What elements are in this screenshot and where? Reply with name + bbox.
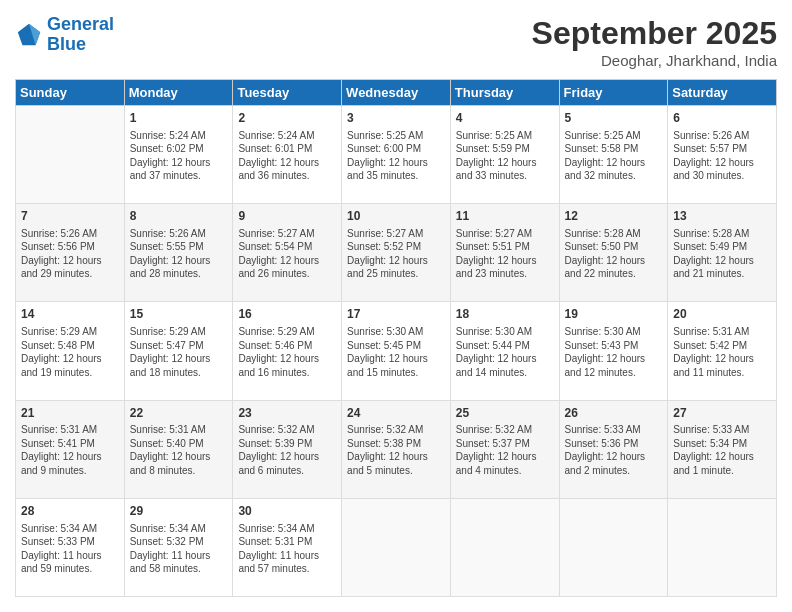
calendar-cell: 27Sunrise: 5:33 AM Sunset: 5:34 PM Dayli… [668,400,777,498]
calendar-cell: 2Sunrise: 5:24 AM Sunset: 6:01 PM Daylig… [233,106,342,204]
calendar-cell [668,498,777,596]
cell-content: Sunrise: 5:26 AM Sunset: 5:57 PM Dayligh… [673,129,771,183]
calendar-row: 7Sunrise: 5:26 AM Sunset: 5:56 PM Daylig… [16,204,777,302]
calendar-row: 1Sunrise: 5:24 AM Sunset: 6:02 PM Daylig… [16,106,777,204]
day-number: 16 [238,306,336,323]
day-number: 29 [130,503,228,520]
cell-content: Sunrise: 5:33 AM Sunset: 5:36 PM Dayligh… [565,423,663,477]
calendar-cell: 10Sunrise: 5:27 AM Sunset: 5:52 PM Dayli… [342,204,451,302]
calendar-cell: 8Sunrise: 5:26 AM Sunset: 5:55 PM Daylig… [124,204,233,302]
calendar-cell: 29Sunrise: 5:34 AM Sunset: 5:32 PM Dayli… [124,498,233,596]
calendar-cell: 6Sunrise: 5:26 AM Sunset: 5:57 PM Daylig… [668,106,777,204]
calendar-cell: 21Sunrise: 5:31 AM Sunset: 5:41 PM Dayli… [16,400,125,498]
calendar-cell: 19Sunrise: 5:30 AM Sunset: 5:43 PM Dayli… [559,302,668,400]
calendar-cell: 14Sunrise: 5:29 AM Sunset: 5:48 PM Dayli… [16,302,125,400]
calendar-cell: 23Sunrise: 5:32 AM Sunset: 5:39 PM Dayli… [233,400,342,498]
day-number: 18 [456,306,554,323]
day-number: 22 [130,405,228,422]
day-number: 15 [130,306,228,323]
calendar-header-row: SundayMondayTuesdayWednesdayThursdayFrid… [16,80,777,106]
logo: General Blue [15,15,114,55]
cell-content: Sunrise: 5:26 AM Sunset: 5:55 PM Dayligh… [130,227,228,281]
calendar-cell [16,106,125,204]
cell-content: Sunrise: 5:24 AM Sunset: 6:02 PM Dayligh… [130,129,228,183]
day-number: 17 [347,306,445,323]
month-title: September 2025 [532,15,777,52]
cell-content: Sunrise: 5:31 AM Sunset: 5:42 PM Dayligh… [673,325,771,379]
day-number: 10 [347,208,445,225]
cell-content: Sunrise: 5:24 AM Sunset: 6:01 PM Dayligh… [238,129,336,183]
day-number: 28 [21,503,119,520]
cell-content: Sunrise: 5:25 AM Sunset: 5:59 PM Dayligh… [456,129,554,183]
calendar-cell: 11Sunrise: 5:27 AM Sunset: 5:51 PM Dayli… [450,204,559,302]
calendar-cell [559,498,668,596]
day-number: 2 [238,110,336,127]
day-number: 21 [21,405,119,422]
cell-content: Sunrise: 5:27 AM Sunset: 5:54 PM Dayligh… [238,227,336,281]
cell-content: Sunrise: 5:34 AM Sunset: 5:33 PM Dayligh… [21,522,119,576]
cell-content: Sunrise: 5:29 AM Sunset: 5:48 PM Dayligh… [21,325,119,379]
cell-content: Sunrise: 5:29 AM Sunset: 5:47 PM Dayligh… [130,325,228,379]
cell-content: Sunrise: 5:33 AM Sunset: 5:34 PM Dayligh… [673,423,771,477]
calendar-cell [450,498,559,596]
day-number: 12 [565,208,663,225]
calendar-cell: 24Sunrise: 5:32 AM Sunset: 5:38 PM Dayli… [342,400,451,498]
day-number: 4 [456,110,554,127]
calendar-row: 14Sunrise: 5:29 AM Sunset: 5:48 PM Dayli… [16,302,777,400]
calendar-cell: 4Sunrise: 5:25 AM Sunset: 5:59 PM Daylig… [450,106,559,204]
day-number: 6 [673,110,771,127]
calendar-cell: 13Sunrise: 5:28 AM Sunset: 5:49 PM Dayli… [668,204,777,302]
calendar-cell: 15Sunrise: 5:29 AM Sunset: 5:47 PM Dayli… [124,302,233,400]
calendar-cell: 26Sunrise: 5:33 AM Sunset: 5:36 PM Dayli… [559,400,668,498]
day-number: 13 [673,208,771,225]
day-number: 7 [21,208,119,225]
calendar-row: 21Sunrise: 5:31 AM Sunset: 5:41 PM Dayli… [16,400,777,498]
title-block: September 2025 Deoghar, Jharkhand, India [532,15,777,69]
calendar-cell: 18Sunrise: 5:30 AM Sunset: 5:44 PM Dayli… [450,302,559,400]
calendar-cell: 20Sunrise: 5:31 AM Sunset: 5:42 PM Dayli… [668,302,777,400]
cell-content: Sunrise: 5:27 AM Sunset: 5:52 PM Dayligh… [347,227,445,281]
cell-content: Sunrise: 5:32 AM Sunset: 5:37 PM Dayligh… [456,423,554,477]
day-number: 23 [238,405,336,422]
weekday-header: Monday [124,80,233,106]
calendar-cell: 28Sunrise: 5:34 AM Sunset: 5:33 PM Dayli… [16,498,125,596]
day-number: 30 [238,503,336,520]
calendar-cell: 25Sunrise: 5:32 AM Sunset: 5:37 PM Dayli… [450,400,559,498]
calendar-table: SundayMondayTuesdayWednesdayThursdayFrid… [15,79,777,597]
cell-content: Sunrise: 5:30 AM Sunset: 5:43 PM Dayligh… [565,325,663,379]
calendar-cell: 17Sunrise: 5:30 AM Sunset: 5:45 PM Dayli… [342,302,451,400]
weekday-header: Saturday [668,80,777,106]
day-number: 3 [347,110,445,127]
calendar-cell [342,498,451,596]
weekday-header: Friday [559,80,668,106]
day-number: 1 [130,110,228,127]
calendar-cell: 1Sunrise: 5:24 AM Sunset: 6:02 PM Daylig… [124,106,233,204]
header: General Blue September 2025 Deoghar, Jha… [15,15,777,69]
cell-content: Sunrise: 5:25 AM Sunset: 6:00 PM Dayligh… [347,129,445,183]
cell-content: Sunrise: 5:32 AM Sunset: 5:39 PM Dayligh… [238,423,336,477]
cell-content: Sunrise: 5:31 AM Sunset: 5:40 PM Dayligh… [130,423,228,477]
day-number: 19 [565,306,663,323]
calendar-row: 28Sunrise: 5:34 AM Sunset: 5:33 PM Dayli… [16,498,777,596]
calendar-cell: 3Sunrise: 5:25 AM Sunset: 6:00 PM Daylig… [342,106,451,204]
cell-content: Sunrise: 5:30 AM Sunset: 5:45 PM Dayligh… [347,325,445,379]
day-number: 27 [673,405,771,422]
day-number: 14 [21,306,119,323]
cell-content: Sunrise: 5:32 AM Sunset: 5:38 PM Dayligh… [347,423,445,477]
weekday-header: Wednesday [342,80,451,106]
calendar-cell: 9Sunrise: 5:27 AM Sunset: 5:54 PM Daylig… [233,204,342,302]
cell-content: Sunrise: 5:28 AM Sunset: 5:49 PM Dayligh… [673,227,771,281]
day-number: 11 [456,208,554,225]
calendar-cell: 12Sunrise: 5:28 AM Sunset: 5:50 PM Dayli… [559,204,668,302]
cell-content: Sunrise: 5:34 AM Sunset: 5:31 PM Dayligh… [238,522,336,576]
calendar-cell: 7Sunrise: 5:26 AM Sunset: 5:56 PM Daylig… [16,204,125,302]
logo-text: General Blue [47,15,114,55]
cell-content: Sunrise: 5:27 AM Sunset: 5:51 PM Dayligh… [456,227,554,281]
calendar-cell: 5Sunrise: 5:25 AM Sunset: 5:58 PM Daylig… [559,106,668,204]
cell-content: Sunrise: 5:28 AM Sunset: 5:50 PM Dayligh… [565,227,663,281]
cell-content: Sunrise: 5:29 AM Sunset: 5:46 PM Dayligh… [238,325,336,379]
cell-content: Sunrise: 5:30 AM Sunset: 5:44 PM Dayligh… [456,325,554,379]
weekday-header: Tuesday [233,80,342,106]
calendar-cell: 30Sunrise: 5:34 AM Sunset: 5:31 PM Dayli… [233,498,342,596]
calendar-cell: 16Sunrise: 5:29 AM Sunset: 5:46 PM Dayli… [233,302,342,400]
